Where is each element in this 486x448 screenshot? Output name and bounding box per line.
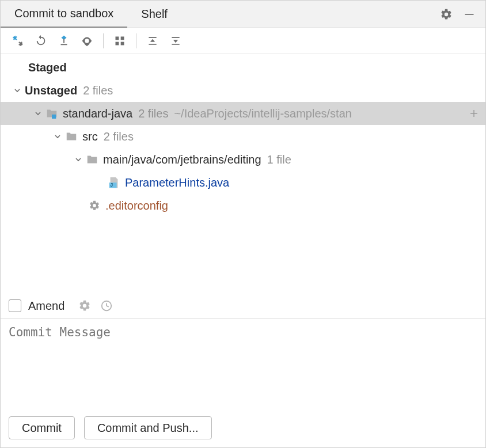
tabs-bar: Commit to sandbox Shelf <box>1 1 485 28</box>
file-name: ParameterHints.java <box>125 176 229 189</box>
chevron-down-icon[interactable] <box>52 131 63 142</box>
toolbar <box>1 28 485 54</box>
show-diff-icon[interactable] <box>7 31 28 51</box>
refresh-icon[interactable] <box>31 31 51 51</box>
tab-commit[interactable]: Commit to sandbox <box>1 1 127 28</box>
unstaged-label: Unstaged <box>25 84 77 97</box>
project-name: standard-java <box>63 107 132 120</box>
folder-icon <box>65 130 78 143</box>
settings-icon[interactable] <box>438 6 454 22</box>
amend-label: Amend <box>28 299 64 313</box>
svg-rect-0 <box>465 14 474 15</box>
show-icon[interactable] <box>77 31 97 51</box>
commit-button[interactable]: Commit <box>9 416 75 439</box>
config-file-icon <box>88 199 101 212</box>
src-node[interactable]: src 2 files <box>1 125 485 148</box>
file-tree: Staged Unstaged 2 files standard-java 2 … <box>1 54 485 294</box>
commit-and-push-button[interactable]: Commit and Push... <box>84 416 212 439</box>
staged-section[interactable]: Staged <box>1 56 485 79</box>
svg-rect-1 <box>116 36 119 40</box>
amend-bar: Amend <box>1 294 485 318</box>
amend-checkbox[interactable] <box>9 299 21 312</box>
chevron-down-icon[interactable] <box>12 85 22 96</box>
module-folder-icon <box>45 107 58 120</box>
project-path: ~/IdeaProjects/intellij-samples/stan <box>174 107 351 120</box>
add-icon[interactable] <box>467 107 481 120</box>
src-count: 2 files <box>104 130 134 143</box>
svg-rect-3 <box>116 41 119 45</box>
file-node-java[interactable]: J ParameterHints.java <box>1 171 485 194</box>
src-name: src <box>82 130 98 143</box>
svg-rect-4 <box>121 41 124 45</box>
unstaged-section[interactable]: Unstaged 2 files <box>1 79 485 102</box>
unstaged-count: 2 files <box>83 84 113 97</box>
folder-icon <box>86 153 98 166</box>
project-count: 2 files <box>138 107 168 120</box>
chevron-down-icon[interactable] <box>73 154 83 165</box>
staged-label: Staged <box>28 61 67 74</box>
group-icon[interactable] <box>109 31 130 51</box>
java-file-icon: J <box>108 176 120 189</box>
commit-settings-icon[interactable] <box>77 298 92 313</box>
tab-shelf[interactable]: Shelf <box>127 1 181 27</box>
collapse-all-icon[interactable] <box>165 31 186 51</box>
svg-rect-2 <box>121 36 124 40</box>
svg-text:J: J <box>111 183 113 188</box>
package-count: 1 file <box>267 153 291 166</box>
history-icon[interactable] <box>99 298 114 313</box>
rollback-icon[interactable] <box>54 31 74 51</box>
file-name: .editorconfig <box>105 199 168 212</box>
commit-message-input[interactable] <box>1 318 485 411</box>
package-name: main/java/com/jetbrains/editing <box>103 153 261 166</box>
commit-button-bar: Commit Commit and Push... <box>1 411 485 447</box>
svg-rect-5 <box>52 115 56 119</box>
project-node[interactable]: standard-java 2 files ~/IdeaProjects/int… <box>1 102 485 125</box>
package-node[interactable]: main/java/com/jetbrains/editing 1 file <box>1 148 485 171</box>
expand-all-icon[interactable] <box>142 31 163 51</box>
minimize-icon[interactable] <box>461 6 477 22</box>
file-node-editorconfig[interactable]: .editorconfig <box>1 194 485 217</box>
chevron-down-icon[interactable] <box>33 108 43 119</box>
